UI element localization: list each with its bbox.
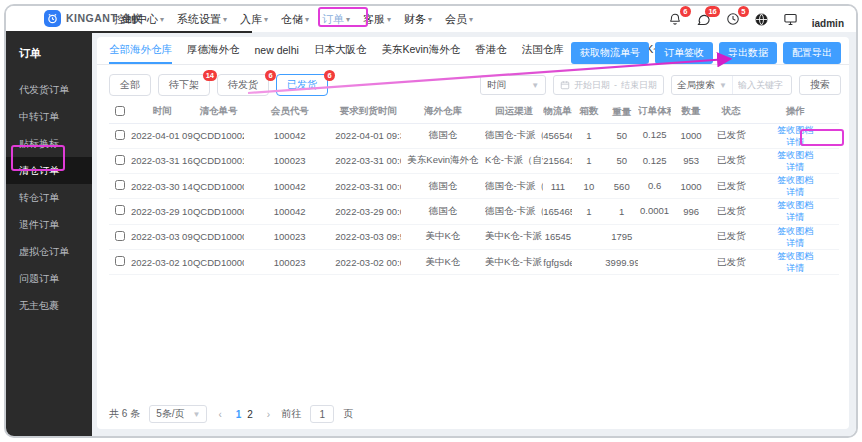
warehouse-tab[interactable]: new delhi xyxy=(255,44,299,63)
row-checkbox[interactable] xyxy=(115,155,125,165)
receipt-image-link[interactable]: 签收图档 xyxy=(751,149,839,161)
warehouse-tab[interactable]: 香港仓 xyxy=(475,43,507,64)
sidebar-item[interactable]: 转仓订单 xyxy=(6,184,92,211)
detail-link[interactable]: 详情 xyxy=(751,237,839,249)
clock-icon[interactable]: 5 xyxy=(725,11,741,27)
cell-actions: 签收图档 详情 xyxy=(751,224,839,249)
cell-order-no: QCDD100020 xyxy=(193,123,244,148)
app-window: KINGANT 金蚁 控制中心 ▾ 系统设置 ▾ 入库 ▾ xyxy=(4,4,858,438)
chevron-down-icon: ▼ xyxy=(192,410,200,419)
bell-icon[interactable]: 6 xyxy=(667,11,683,27)
sidebar-item[interactable]: 虚拟仓订单 xyxy=(6,238,92,265)
date-end-placeholder[interactable]: 结束日期 xyxy=(621,79,657,92)
receipt-image-link[interactable]: 签收图档 xyxy=(751,225,839,237)
page-number[interactable]: 1 xyxy=(233,409,245,420)
status-chip[interactable]: 待发货 6 xyxy=(217,74,269,96)
row-checkbox[interactable] xyxy=(115,180,125,190)
nav-item[interactable]: 系统设置 ▾ xyxy=(177,12,227,27)
warehouse-tab[interactable]: 美东Kevin海外仓 xyxy=(381,43,460,64)
nav-item[interactable]: 会员 ▾ xyxy=(445,12,473,27)
receipt-image-link[interactable]: 签收图档 xyxy=(751,199,839,211)
row-checkbox[interactable] xyxy=(115,231,125,241)
status-chip-label: 已发货 xyxy=(287,79,317,90)
goto-label: 前往 xyxy=(281,407,301,421)
action-button[interactable]: 订单签收 xyxy=(655,42,713,64)
detail-link[interactable]: 详情 xyxy=(751,262,839,274)
receipt-image-link[interactable]: 签收图档 xyxy=(751,250,839,262)
keyword-input[interactable] xyxy=(733,80,791,90)
detail-link[interactable]: 详情 xyxy=(751,211,839,223)
detail-link[interactable]: 详情 xyxy=(751,161,839,173)
sidebar-item[interactable]: 中转订单 xyxy=(6,103,92,130)
search-scope-select[interactable]: 全局搜索 ▼ xyxy=(672,76,733,94)
page-numbers: 12 xyxy=(233,409,256,420)
action-button[interactable]: 配置导出 xyxy=(783,42,841,64)
column-header: 回运渠道 xyxy=(485,101,543,123)
next-page-button[interactable]: › xyxy=(265,409,272,420)
date-range-picker[interactable]: 开始日期 - 结束日期 xyxy=(553,75,664,95)
cell-weight: 50 xyxy=(605,123,638,148)
warehouse-tab[interactable]: 全部海外仓库 xyxy=(109,43,172,64)
row-checkbox[interactable] xyxy=(115,205,125,215)
nav-item[interactable]: 控制中心 ▾ xyxy=(114,12,164,27)
detail-link[interactable]: 详情 xyxy=(751,186,839,198)
nav-item[interactable]: 财务 ▾ xyxy=(404,12,432,27)
nav-item[interactable]: 订单 ▾ xyxy=(322,12,350,27)
sidebar-item[interactable]: 清仓订单 xyxy=(6,157,92,184)
row-checkbox[interactable] xyxy=(115,130,125,140)
warehouse-tab[interactable]: 法国仓库 xyxy=(522,43,564,64)
cell-tracking-no: fgfgsde xyxy=(543,249,572,274)
warehouse-tab[interactable]: 厚德海外仓 xyxy=(187,43,240,64)
sidebar-item[interactable]: 无主包裹 xyxy=(6,292,92,319)
monitor-icon[interactable] xyxy=(783,11,799,27)
chevron-down-icon: ▾ xyxy=(264,15,268,24)
globe-icon[interactable] xyxy=(754,11,770,27)
sidebar-item[interactable]: 代发货订单 xyxy=(6,76,92,103)
date-start-placeholder[interactable]: 开始日期 xyxy=(574,79,610,92)
cell-time: 2022-03-02 10:32:25 xyxy=(131,249,193,274)
status-chip-label: 待下架 xyxy=(169,79,199,90)
cell-actions: 签收图档 详情 xyxy=(751,123,839,148)
calendar-icon xyxy=(560,80,570,90)
column-header: 要求到货时间 xyxy=(335,101,401,123)
page-number[interactable]: 2 xyxy=(244,409,256,420)
receipt-image-link[interactable]: 签收图档 xyxy=(751,174,839,186)
action-button[interactable]: 导出数据 xyxy=(719,42,777,64)
nav-item[interactable]: 入库 ▾ xyxy=(240,12,268,27)
sidebar-item[interactable]: 问题订单 xyxy=(6,265,92,292)
search-scope-label: 全局搜索 xyxy=(677,79,715,92)
warehouse-tab[interactable]: 日本大阪仓 xyxy=(314,43,367,64)
orders-table: 时间清仓单号会员代号要求到货时间海外仓库回运渠道物流单号箱数重量订单体积数量状态… xyxy=(109,101,839,275)
action-button[interactable]: 获取物流单号 xyxy=(571,42,649,64)
sidebar-item[interactable]: 贴标换标 xyxy=(6,130,92,157)
column-header: 重量 xyxy=(605,101,638,123)
cell-tracking-no: 2156415 xyxy=(543,148,572,173)
chevron-down-icon: ▾ xyxy=(160,15,164,24)
current-user[interactable]: iadmin xyxy=(812,18,844,29)
nav-item[interactable]: 客服 ▾ xyxy=(363,12,391,27)
nav-item[interactable]: 仓储 ▾ xyxy=(281,12,309,27)
receipt-image-link[interactable]: 签收图档 xyxy=(751,124,839,136)
row-checkbox[interactable] xyxy=(115,256,125,266)
cell-status: 已发货 xyxy=(711,148,751,173)
cell-status: 已发货 xyxy=(711,249,751,274)
chat-icon[interactable]: 16 xyxy=(696,11,712,27)
search-button[interactable]: 搜索 xyxy=(799,75,841,95)
sidebar-item[interactable]: 退件订单 xyxy=(6,211,92,238)
goto-page-input[interactable] xyxy=(310,405,334,423)
nav-item-label: 仓储 xyxy=(281,12,303,27)
status-chip[interactable]: 已发货 6 xyxy=(276,74,328,96)
cell-actions: 签收图档 详情 xyxy=(751,249,839,274)
time-type-label: 时间 xyxy=(487,79,506,92)
main-area: 全部海外仓库 厚德海外仓 new delhi 日本大阪仓 美东Kevin海外仓 … xyxy=(92,32,856,436)
cell-warehouse: 德国仓 xyxy=(401,174,485,199)
time-type-select[interactable]: 时间 ▼ xyxy=(480,75,546,95)
detail-link[interactable]: 详情 xyxy=(751,136,839,148)
select-all-checkbox[interactable] xyxy=(115,106,125,116)
status-chip[interactable]: 待下架 14 xyxy=(158,74,210,96)
prev-page-button[interactable]: ‹ xyxy=(216,409,223,420)
search-group: 全局搜索 ▼ xyxy=(671,75,792,95)
cell-volume xyxy=(638,249,671,274)
status-chip[interactable]: 全部 xyxy=(109,74,151,96)
page-size-select[interactable]: 5条/页 ▼ xyxy=(149,405,207,423)
